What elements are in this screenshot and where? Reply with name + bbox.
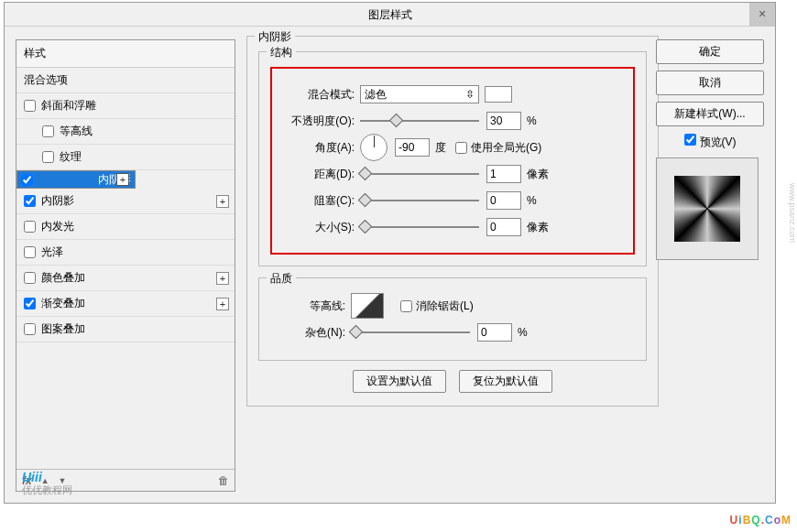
sidebar-item-3[interactable]: 内阴影+ <box>16 170 136 189</box>
distance-slider[interactable] <box>360 167 479 181</box>
ok-button[interactable]: 确定 <box>656 39 764 64</box>
opacity-slider[interactable] <box>360 114 479 128</box>
sidebar-item-8[interactable]: 渐变叠加+ <box>16 291 235 317</box>
sidebar-item-checkbox[interactable] <box>24 221 36 233</box>
sidebar-item-checkbox[interactable] <box>24 246 36 258</box>
close-button[interactable]: × <box>749 3 775 27</box>
blend-mode-select[interactable]: 滤色⇳ <box>360 85 479 103</box>
trash-icon[interactable]: 🗑 <box>218 474 229 487</box>
sidebar-item-label: 图案叠加 <box>41 321 85 337</box>
sidebar-item-1[interactable]: 等高线 <box>16 119 235 145</box>
size-label: 大小(S): <box>279 220 355 235</box>
choke-input[interactable]: 0 <box>486 191 521 210</box>
add-effect-icon[interactable]: + <box>116 173 129 186</box>
sidebar-item-label: 光泽 <box>41 244 63 260</box>
add-effect-icon[interactable]: + <box>216 298 229 310</box>
angle-dial[interactable] <box>360 134 388 161</box>
sidebar-item-label: 颜色叠加 <box>41 270 85 286</box>
sidebar-item-checkbox[interactable] <box>42 125 54 137</box>
preview-box <box>656 157 759 260</box>
preview-checkbox[interactable]: 预览(V) <box>656 134 764 150</box>
sidebar-item-9[interactable]: 图案叠加 <box>16 317 235 342</box>
panel-title: 内阴影 <box>255 29 295 45</box>
distance-label: 距离(D): <box>279 167 355 182</box>
chevron-updown-icon: ⇳ <box>465 88 475 101</box>
sidebar-item-checkbox[interactable] <box>24 323 36 335</box>
size-slider[interactable] <box>360 220 479 234</box>
angle-label: 角度(A): <box>279 140 355 156</box>
sidebar-header: 样式 <box>16 40 235 68</box>
styles-sidebar: 样式 混合选项 斜面和浮雕等高线纹理内阴影+内阴影+内发光光泽颜色叠加+渐变叠加… <box>16 39 235 492</box>
structure-title: 结构 <box>267 45 296 60</box>
size-input[interactable]: 0 <box>486 218 521 236</box>
choke-label: 阻塞(C): <box>279 193 355 209</box>
contour-label: 等高线: <box>270 299 345 314</box>
sidebar-item-checkbox[interactable] <box>24 100 36 112</box>
watermark-site: UiBQ.CoM <box>730 507 792 528</box>
sidebar-item-0[interactable]: 斜面和浮雕 <box>16 93 235 119</box>
watermark-side: www.psanz.com <box>788 183 797 243</box>
sidebar-item-label: 内发光 <box>41 219 74 234</box>
sidebar-item-label: 内阴影 <box>41 193 74 209</box>
add-effect-icon[interactable]: + <box>216 272 229 285</box>
distance-input[interactable]: 1 <box>486 165 521 183</box>
titlebar: 图层样式 × <box>5 3 775 27</box>
sidebar-item-checkbox[interactable] <box>24 272 36 284</box>
contour-picker[interactable] <box>351 293 384 319</box>
color-swatch[interactable] <box>485 86 512 103</box>
highlight-box: 混合模式: 滤色⇳ 不透明度(O): 30 % 角度(A): <box>270 67 635 255</box>
watermark-sub: 优优教程网 <box>22 483 72 497</box>
sidebar-item-checkbox[interactable] <box>24 195 36 207</box>
sidebar-item-label: 等高线 <box>60 124 93 139</box>
antialias-checkbox[interactable]: 消除锯齿(L) <box>400 299 474 314</box>
watermark-logo: Uiii <box>22 470 42 484</box>
noise-input[interactable]: 0 <box>477 323 512 342</box>
new-style-button[interactable]: 新建样式(W)... <box>656 102 764 126</box>
noise-slider[interactable] <box>351 325 470 340</box>
make-default-button[interactable]: 设置为默认值 <box>353 370 446 393</box>
add-effect-icon[interactable]: + <box>216 195 229 208</box>
sidebar-item-5[interactable]: 内发光 <box>16 214 235 240</box>
preview-thumbnail <box>674 176 740 242</box>
angle-input[interactable]: -90 <box>395 138 430 157</box>
opacity-label: 不透明度(O): <box>279 114 355 129</box>
right-panel: 确定 取消 新建样式(W)... 预览(V) <box>656 39 764 260</box>
reset-default-button[interactable]: 复位为默认值 <box>459 370 552 393</box>
sidebar-item-label: 渐变叠加 <box>41 296 85 311</box>
settings-panel: 内阴影 结构 混合模式: 滤色⇳ 不透明度(O): 30 % <box>246 36 659 414</box>
global-light-checkbox[interactable]: 使用全局光(G) <box>455 140 541 156</box>
sidebar-item-label: 纹理 <box>60 149 82 165</box>
quality-title: 品质 <box>267 271 296 287</box>
blend-mode-label: 混合模式: <box>279 87 355 103</box>
sidebar-item-checkbox[interactable] <box>24 298 36 309</box>
opacity-input[interactable]: 30 <box>486 112 521 130</box>
sidebar-item-checkbox[interactable] <box>42 151 54 163</box>
sidebar-blend-options[interactable]: 混合选项 <box>16 68 235 93</box>
cancel-button[interactable]: 取消 <box>656 71 764 95</box>
sidebar-item-2[interactable]: 纹理 <box>16 145 235 170</box>
dialog-title: 图层样式 <box>368 8 412 21</box>
sidebar-item-4[interactable]: 内阴影+ <box>16 189 235 214</box>
sidebar-item-checkbox[interactable] <box>21 174 33 186</box>
sidebar-item-7[interactable]: 颜色叠加+ <box>16 266 235 291</box>
choke-slider[interactable] <box>360 193 479 208</box>
sidebar-item-label: 斜面和浮雕 <box>41 98 96 114</box>
noise-label: 杂色(N): <box>270 325 345 341</box>
layer-style-dialog: 图层样式 × 样式 混合选项 斜面和浮雕等高线纹理内阴影+内阴影+内发光光泽颜色… <box>4 2 776 504</box>
sidebar-item-6[interactable]: 光泽 <box>16 240 235 266</box>
